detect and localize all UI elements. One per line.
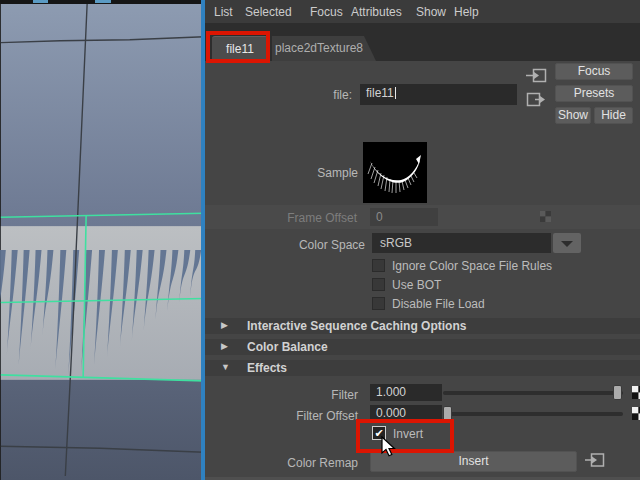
tab-place2dtexture8[interactable]: place2dTexture8 — [272, 36, 376, 61]
file-name-value: file11 — [366, 86, 394, 100]
tab-file11[interactable]: file11 — [212, 36, 268, 61]
text-caret — [395, 87, 396, 99]
eyelash-sample-image — [363, 142, 427, 203]
viewport-toolbar-fragment — [33, 0, 48, 3]
3d-viewport[interactable] — [0, 0, 205, 480]
maya-window: List Selected Focus Attributes Show Help… — [0, 0, 640, 480]
mouse-cursor-icon — [381, 436, 396, 457]
expanded-arrow-icon: ▼ — [221, 362, 230, 372]
hide-button[interactable]: Hide — [594, 107, 633, 124]
filter-map-button[interactable] — [632, 386, 640, 399]
frame-offset-value: 0 — [376, 210, 383, 224]
filter-offset-map-button[interactable] — [632, 407, 640, 420]
color-remap-insert-button[interactable]: Insert — [370, 451, 577, 472]
sample-label: Sample — [265, 166, 358, 180]
attribute-editor: List Selected Focus Attributes Show Help… — [205, 0, 640, 480]
section-color-balance[interactable]: ▶ Color Balance — [205, 339, 640, 355]
focus-button[interactable]: Focus — [555, 63, 633, 80]
file-name-input[interactable]: file11 — [360, 84, 517, 105]
ignore-color-space-rules-checkbox[interactable] — [372, 259, 385, 272]
filter-input[interactable]: 1.000 — [370, 384, 442, 401]
collapsed-arrow-icon: ▶ — [221, 320, 228, 330]
viewport-top-edge — [0, 0, 205, 4]
viewport-toolbar-fragment — [95, 0, 111, 3]
color-remap-label: Color Remap — [258, 456, 358, 470]
show-button[interactable]: Show — [555, 107, 591, 124]
frame-offset-label: Frame Offset — [245, 211, 357, 225]
menu-help[interactable]: Help — [454, 5, 479, 19]
input-connection-icon[interactable] — [526, 68, 547, 85]
menu-list[interactable]: List — [214, 5, 233, 19]
section-label: Interactive Sequence Caching Options — [247, 319, 466, 333]
active-panel-border — [201, 0, 205, 480]
filter-label: Filter — [298, 388, 358, 402]
viewport-scene — [0, 4, 205, 480]
frame-offset-map-button — [540, 211, 551, 222]
section-interactive-sequence-caching[interactable]: ▶ Interactive Sequence Caching Options — [205, 318, 640, 334]
collapsed-arrow-icon: ▶ — [221, 341, 228, 351]
filter-slider-handle[interactable] — [613, 385, 622, 400]
color-space-value: sRGB — [380, 236, 412, 250]
section-label: Effects — [247, 361, 287, 375]
output-connection-icon[interactable] — [526, 92, 547, 109]
attribute-editor-menubar: List Selected Focus Attributes Show Help — [205, 0, 640, 23]
invert-label: Invert — [393, 427, 423, 441]
use-bot-label: Use BOT — [392, 278, 441, 292]
menu-focus[interactable]: Focus — [310, 5, 343, 19]
filter-offset-slider-handle[interactable] — [443, 406, 452, 421]
section-effects[interactable]: ▼ Effects — [205, 360, 640, 376]
filter-offset-value: 0.000 — [376, 406, 406, 420]
texture-sample-swatch[interactable] — [363, 142, 427, 203]
frame-offset-input: 0 — [370, 208, 438, 226]
chevron-down-icon — [561, 241, 573, 247]
file-label: file: — [300, 88, 352, 102]
filter-slider-track[interactable] — [443, 391, 623, 395]
node-tabstrip: file11 place2dTexture8 — [205, 23, 640, 61]
presets-button[interactable]: Presets — [555, 85, 633, 102]
color-space-label: Color Space — [260, 238, 365, 252]
use-bot-checkbox[interactable] — [372, 278, 385, 291]
disable-file-load-label: Disable File Load — [392, 297, 485, 311]
filter-offset-input[interactable]: 0.000 — [370, 405, 442, 422]
disable-file-load-checkbox[interactable] — [372, 297, 385, 310]
filter-value: 1.000 — [376, 385, 406, 399]
menu-attributes[interactable]: Attributes — [351, 5, 402, 19]
ignore-color-space-rules-label: Ignore Color Space File Rules — [392, 259, 552, 273]
eyelash-textured-plane — [0, 226, 204, 380]
color-space-dropdown[interactable]: sRGB — [372, 233, 551, 253]
filter-offset-slider-track[interactable] — [443, 412, 623, 416]
section-label: Color Balance — [247, 340, 328, 354]
color-remap-connection-icon[interactable] — [585, 452, 605, 469]
filter-offset-label: Filter Offset — [265, 409, 358, 423]
menu-show[interactable]: Show — [416, 5, 446, 19]
menu-selected[interactable]: Selected — [245, 5, 292, 19]
color-space-dropdown-button[interactable] — [553, 233, 581, 253]
